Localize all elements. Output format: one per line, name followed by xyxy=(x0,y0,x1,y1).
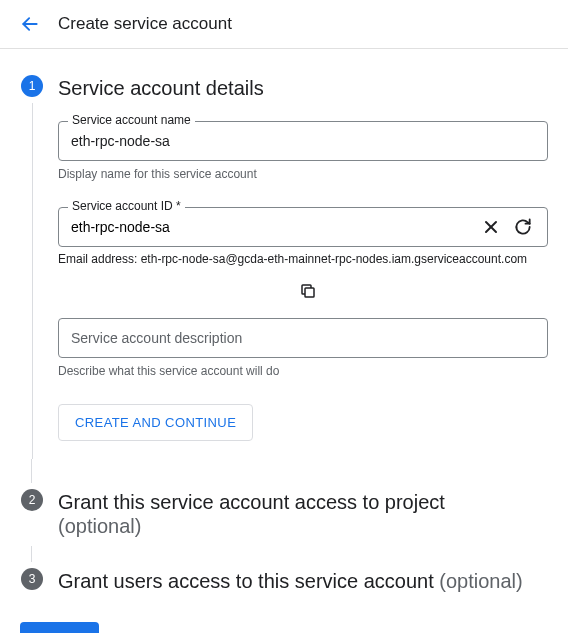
connector-2-3 xyxy=(31,546,32,562)
svg-rect-3 xyxy=(305,288,314,297)
create-and-continue-button[interactable]: CREATE AND CONTINUE xyxy=(58,404,253,441)
step-1-title: Service account details xyxy=(58,75,548,101)
step-1: 1 Service account details Service accoun… xyxy=(20,75,548,459)
page-title: Create service account xyxy=(58,14,232,34)
step-2-title: Grant this service account access to pro… xyxy=(58,489,548,515)
service-account-name-input[interactable] xyxy=(58,121,548,161)
step-2-body: Grant this service account access to pro… xyxy=(58,489,548,542)
step-3[interactable]: 3 Grant users access to this service acc… xyxy=(20,568,548,594)
step-1-circle: 1 xyxy=(21,75,43,97)
step-2-subtitle: (optional) xyxy=(58,515,548,538)
service-account-id-input[interactable] xyxy=(71,208,475,246)
step-2-indicator: 2 xyxy=(20,489,44,511)
footer-actions: DONE CANCEL xyxy=(20,622,548,633)
service-account-name-field: Service account name xyxy=(58,121,548,161)
step-3-subtitle: (optional) xyxy=(439,570,522,592)
step-3-title: Grant users access to this service accou… xyxy=(58,570,439,592)
step-3-circle: 3 xyxy=(21,568,43,590)
back-arrow-icon[interactable] xyxy=(20,14,40,34)
email-address-text: Email address: eth-rpc-node-sa@gcda-eth-… xyxy=(58,252,548,266)
service-account-description-input[interactable] xyxy=(58,318,548,358)
step-3-indicator: 3 xyxy=(20,568,44,590)
content: 1 Service account details Service accoun… xyxy=(0,49,568,633)
clear-icon[interactable] xyxy=(475,211,507,243)
copy-icon[interactable] xyxy=(68,278,548,304)
step-2-circle: 2 xyxy=(21,489,43,511)
refresh-icon[interactable] xyxy=(507,211,539,243)
step-2[interactable]: 2 Grant this service account access to p… xyxy=(20,489,548,542)
connector-1-2 xyxy=(31,459,32,483)
service-account-description-field xyxy=(58,318,548,358)
header: Create service account xyxy=(0,0,568,49)
step-1-indicator: 1 xyxy=(20,75,44,459)
name-helper: Display name for this service account xyxy=(58,167,548,181)
step-1-body: Service account details Service account … xyxy=(58,75,548,459)
id-label: Service account ID * xyxy=(68,199,185,213)
desc-helper: Describe what this service account will … xyxy=(58,364,548,378)
service-account-id-field: Service account ID * xyxy=(58,207,548,247)
done-button[interactable]: DONE xyxy=(20,622,99,633)
step-3-body: Grant users access to this service accou… xyxy=(58,568,548,594)
copy-row xyxy=(58,278,548,304)
name-label: Service account name xyxy=(68,113,195,127)
